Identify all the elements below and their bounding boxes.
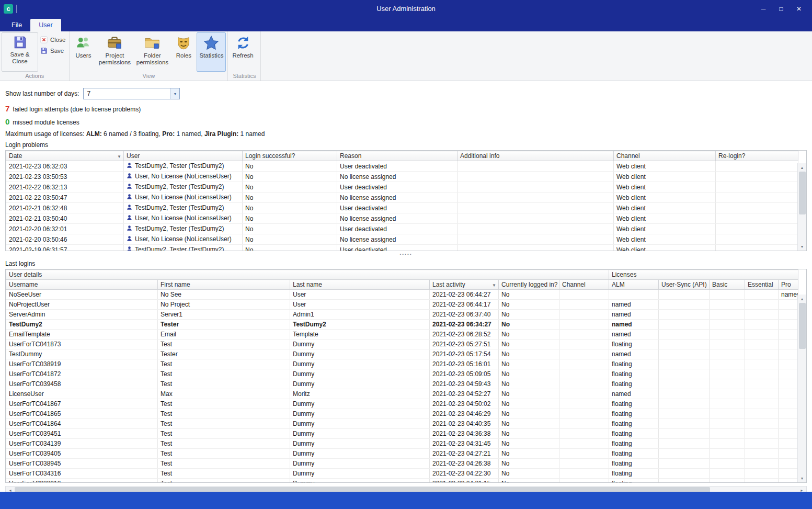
- project-permissions-button[interactable]: Project permissions: [96, 32, 133, 72]
- column-header[interactable]: First name: [158, 280, 290, 290]
- roles-button[interactable]: Roles: [171, 32, 196, 72]
- last-login-row[interactable]: UserForTC041873TestDummy2021-02-23 05:27…: [6, 340, 798, 349]
- sort-desc-icon: ▼: [492, 283, 496, 288]
- refresh-button[interactable]: Refresh: [230, 32, 256, 72]
- last-login-row[interactable]: UserForTC039451TestDummy2021-02-23 04:36…: [6, 429, 798, 439]
- last-login-row[interactable]: ServerAdminServer1Admin12021-02-23 06:37…: [6, 310, 798, 320]
- scroll-down-icon[interactable]: ▼: [798, 242, 806, 251]
- ribbon-group-statistics: Refresh Statistics: [228, 31, 261, 81]
- column-header[interactable]: Channel: [559, 280, 609, 290]
- last-login-row[interactable]: UserForTC039458TestDummy2021-02-23 04:59…: [6, 379, 798, 389]
- user-icon: [127, 246, 132, 251]
- scrollbar-thumb[interactable]: [15, 487, 710, 492]
- band-header-user-details: User details: [6, 270, 609, 280]
- status-bar: [0, 492, 812, 509]
- app-window: c User Administration ─ □ ✕ File User Sa…: [0, 0, 812, 509]
- max-usage-summary: Maximum usage of licenses: ALM: 6 named …: [5, 130, 807, 138]
- column-header[interactable]: Basic: [710, 280, 745, 290]
- tab-file[interactable]: File: [3, 19, 30, 31]
- alm-value: 6 named / 3 floating,: [104, 130, 161, 138]
- users-button[interactable]: Users: [71, 32, 95, 72]
- save-close-icon: [13, 35, 27, 50]
- main-content: Show last number of days: 7 ▼ 7 failed l…: [0, 81, 812, 492]
- last-login-row[interactable]: UserForTC041865TestDummy2021-02-23 04:46…: [6, 409, 798, 419]
- scroll-up-icon[interactable]: ▲: [798, 163, 806, 172]
- last-login-row[interactable]: TestDummyTesterDummy2021-02-23 05:17:54N…: [6, 349, 798, 359]
- last-login-row[interactable]: UserForTC034139TestDummy2021-02-23 04:31…: [6, 439, 798, 449]
- tab-user[interactable]: User: [30, 19, 61, 31]
- days-filter-combobox[interactable]: 7 ▼: [83, 88, 180, 99]
- scroll-right-icon[interactable]: ►: [797, 487, 806, 492]
- combo-dropdown-icon[interactable]: ▼: [170, 88, 179, 99]
- scrollbar-thumb[interactable]: [799, 172, 806, 214]
- last-login-row[interactable]: LicenseUserMaxMoritz2021-02-23 04:52:27N…: [6, 389, 798, 399]
- last-login-row[interactable]: UserForTC038919TestDummy2021-02-23 05:16…: [6, 359, 798, 369]
- column-header[interactable]: Reason: [337, 151, 458, 161]
- column-header[interactable]: Login successful?: [243, 151, 337, 161]
- login-problem-row[interactable]: 2021-02-23 03:50:53User, No License (NoL…: [6, 172, 798, 182]
- login-problems-body: 2021-02-23 06:32:03TestDumy2, Tester (Te…: [6, 161, 798, 252]
- statistics-button[interactable]: Statistics: [197, 32, 226, 72]
- last-logins-body: NoSeeUserNo SeeUser2021-02-23 06:44:27No…: [6, 290, 798, 483]
- last-login-row[interactable]: NoProjectUserNo ProjectUser2021-02-23 06…: [6, 300, 798, 310]
- missed-licenses-summary: 0 missed module licenses: [5, 117, 807, 126]
- column-header[interactable]: User-Sync (API): [659, 280, 710, 290]
- last-logins-band-row: User details Licenses: [6, 270, 798, 280]
- login-problem-row[interactable]: 2021-02-20 06:32:01TestDumy2, Tester (Te…: [6, 224, 798, 234]
- group-label-statistics: Statistics: [230, 72, 259, 81]
- roles-icon: [176, 35, 191, 51]
- save-and-close-button[interactable]: Save & Close: [2, 32, 38, 72]
- login-problem-row[interactable]: 2021-02-19 06:31:57TestDumy2, Tester (Te…: [6, 245, 798, 252]
- user-icon: [127, 204, 132, 212]
- last-logins-vscrollbar[interactable]: ▲ ▼: [797, 295, 806, 482]
- column-header[interactable]: Channel: [614, 151, 716, 161]
- last-login-row[interactable]: UserForTC041867TestDummy2021-02-23 04:50…: [6, 399, 798, 409]
- maximize-button[interactable]: □: [773, 3, 789, 15]
- scroll-down-icon[interactable]: ▼: [798, 474, 806, 482]
- user-icon: [127, 214, 132, 222]
- column-header[interactable]: Date▼: [6, 151, 124, 161]
- column-header[interactable]: Essential: [745, 280, 779, 290]
- login-problem-row[interactable]: 2021-02-23 06:32:03TestDumy2, Tester (Te…: [6, 161, 798, 172]
- login-problem-row[interactable]: 2021-02-22 03:50:47User, No License (NoL…: [6, 193, 798, 203]
- login-problem-row[interactable]: 2021-02-21 03:50:40User, No License (NoL…: [6, 213, 798, 224]
- column-header[interactable]: Last name: [290, 280, 430, 290]
- alm-label: ALM:: [86, 130, 102, 138]
- last-login-row[interactable]: TestDumy2TesterTestDumy22021-02-23 06:34…: [6, 320, 798, 330]
- login-problems-vscrollbar[interactable]: ▲ ▼: [797, 163, 806, 251]
- folder-permissions-button[interactable]: Folder permissions: [134, 32, 170, 72]
- scrollbar-thumb[interactable]: [799, 303, 806, 349]
- last-login-row[interactable]: UserForTC034316TestDummy2021-02-23 04:22…: [6, 469, 798, 479]
- column-header[interactable]: Re-login?: [716, 151, 798, 161]
- close-button[interactable]: Close: [40, 36, 65, 43]
- column-header[interactable]: Username: [6, 280, 158, 290]
- login-problem-row[interactable]: 2021-02-20 03:50:46User, No License (NoL…: [6, 234, 798, 245]
- column-header[interactable]: Last activity▼: [430, 280, 499, 290]
- last-login-row[interactable]: EmailTemplateEmailTemplate2021-02-23 06:…: [6, 330, 798, 340]
- column-header[interactable]: Additional info: [458, 151, 614, 161]
- column-header[interactable]: Pro: [779, 280, 798, 290]
- column-header[interactable]: User: [124, 151, 243, 161]
- last-login-row[interactable]: NoSeeUserNo SeeUser2021-02-23 06:44:27No…: [6, 290, 798, 300]
- close-window-button[interactable]: ✕: [791, 3, 807, 15]
- titlebar-divider: [16, 5, 17, 13]
- scroll-up-icon[interactable]: ▲: [798, 295, 806, 303]
- minimize-button[interactable]: ─: [756, 3, 771, 15]
- login-problems-title: Login problems: [5, 141, 807, 149]
- save-button[interactable]: Save: [40, 47, 65, 54]
- last-login-row[interactable]: UserForTC039405TestDummy2021-02-23 04:27…: [6, 449, 798, 459]
- scroll-left-icon[interactable]: ◄: [6, 487, 15, 492]
- column-header[interactable]: Currently logged in?: [499, 280, 559, 290]
- pro-label: Pro:: [162, 130, 175, 138]
- last-login-row[interactable]: UserForTC038945TestDummy2021-02-23 04:26…: [6, 459, 798, 469]
- last-login-row[interactable]: UserForTC041872TestDummy2021-02-23 05:09…: [6, 369, 798, 379]
- login-problem-row[interactable]: 2021-02-21 06:32:48TestDumy2, Tester (Te…: [6, 203, 798, 213]
- user-icon: [127, 162, 132, 170]
- last-login-row[interactable]: UserForTC041864TestDummy2021-02-23 04:40…: [6, 419, 798, 429]
- splitter-handle[interactable]: •••••: [5, 251, 807, 256]
- last-login-row[interactable]: UserForTC033910TestDummy2021-02-23 04:21…: [6, 479, 798, 483]
- login-problem-row[interactable]: 2021-02-22 06:32:13TestDumy2, Tester (Te…: [6, 182, 798, 193]
- horizontal-scrollbar[interactable]: ◄ ►: [5, 486, 807, 492]
- column-header[interactable]: ALM: [609, 280, 659, 290]
- missed-license-text: missed module licenses: [13, 119, 79, 126]
